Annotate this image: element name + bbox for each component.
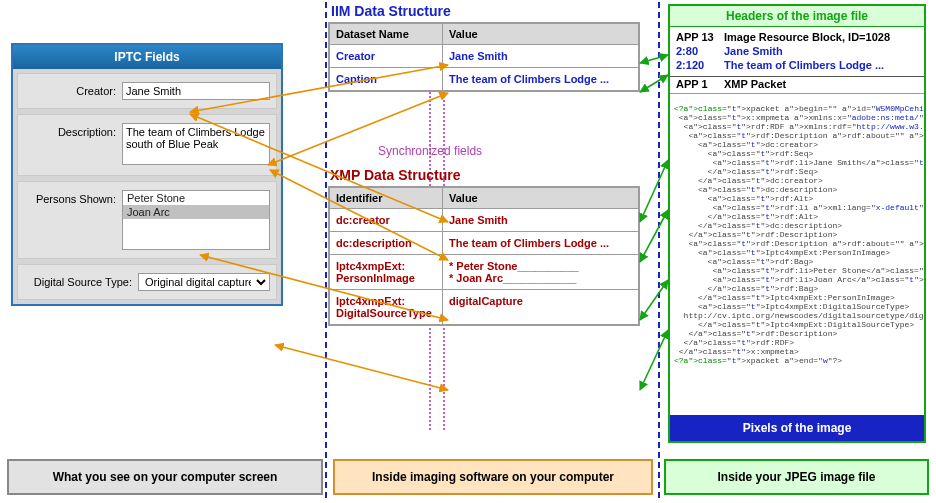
caption-jpeg: Inside your JPEG image file [664, 459, 929, 495]
svg-line-6 [640, 55, 668, 63]
iim-structure-title: IIM Data Structure [331, 3, 451, 19]
description-input[interactable]: The team of Climbers Lodge south of Blue… [122, 123, 270, 165]
iim-row: Creator Jane Smith [329, 45, 639, 68]
caption-screen: What you see on your computer screen [7, 459, 323, 495]
iim-col-name: Dataset Name [329, 23, 443, 45]
creator-input[interactable] [122, 82, 270, 100]
persons-listbox[interactable]: Peter Stone Joan Arc [122, 190, 270, 250]
file-structure-panel: Headers of the image file APP 13 Image R… [668, 4, 926, 443]
dst-label: Digital Source Type: [24, 273, 138, 288]
xmp-cell-name: Iptc4xmpExt: PersonInImage [329, 255, 443, 290]
iptc-row-creator: Creator: [17, 73, 277, 109]
app13-section: APP 13 Image Resource Block, ID=1028 2:8… [670, 27, 924, 77]
iim-cell-value: The team of Climbers Lodge ... [443, 68, 640, 92]
iim-table: Dataset Name Value Creator Jane Smith Ca… [328, 22, 640, 92]
svg-line-11 [640, 330, 668, 390]
iptc-row-persons: Persons Shown: Peter Stone Joan Arc [17, 181, 277, 259]
iim-header-row: Dataset Name Value [329, 23, 639, 45]
svg-line-5 [275, 345, 448, 390]
xmp-cell-value: digitalCapture [443, 290, 640, 326]
iptc-panel-body: Creator: Description: The team of Climbe… [13, 69, 281, 304]
iptc-row-dst: Digital Source Type: Original digital ca… [17, 264, 277, 300]
app1-header: APP 1 XMP Packet [670, 77, 924, 94]
iim-cell-value: Jane Smith [443, 45, 640, 68]
person-item[interactable]: Joan Arc [123, 205, 269, 219]
xmp-row: dc:creator Jane Smith [329, 209, 639, 232]
iptc-panel-title: IPTC Fields [13, 45, 281, 69]
person-item[interactable]: Peter Stone [123, 191, 269, 205]
iim-file-row: 2:80 Jane Smith [670, 44, 924, 58]
xmp-cell-value: Jane Smith [443, 209, 640, 232]
xmp-packet-code: <?a">class="t">xpacket a">begin="" a">id… [670, 102, 924, 367]
column-divider-1 [325, 2, 327, 498]
iim-col-value: Value [443, 23, 640, 45]
xmp-row: dc:description The team of Climbers Lodg… [329, 232, 639, 255]
xmp-cell-name: Iptc4xmpExt: DigitalSourceType [329, 290, 443, 326]
xmp-row: Iptc4xmpExt: PersonInImage * Peter Stone… [329, 255, 639, 290]
pixels-label: Pixels of the image [670, 415, 924, 441]
xmp-row: Iptc4xmpExt: DigitalSourceType digitalCa… [329, 290, 639, 326]
xmp-cell-name: dc:description [329, 232, 443, 255]
svg-line-9 [640, 210, 668, 262]
file-headers-title: Headers of the image file [670, 6, 924, 27]
svg-line-7 [640, 75, 668, 92]
xmp-col-value: Value [443, 187, 640, 209]
xmp-header-row: Identifier Value [329, 187, 639, 209]
svg-line-8 [640, 160, 668, 222]
iim-row: Caption The team of Climbers Lodge ... [329, 68, 639, 92]
persons-label: Persons Shown: [24, 190, 122, 205]
creator-label: Creator: [24, 82, 122, 97]
xmp-col-name: Identifier [329, 187, 443, 209]
description-label: Description: [24, 123, 122, 138]
xmp-cell-name: dc:creator [329, 209, 443, 232]
iim-cell-name: Creator [329, 45, 443, 68]
iptc-fields-panel: IPTC Fields Creator: Description: The te… [11, 43, 283, 306]
xmp-cell-value: The team of Climbers Lodge ... [443, 232, 640, 255]
caption-software: Inside imaging software on your computer [333, 459, 653, 495]
xmp-cell-value: * Peter Stone__________ * Joan Arc______… [443, 255, 640, 290]
iim-file-row: 2:120 The team of Climbers Lodge ... [670, 58, 924, 72]
xmp-table: Identifier Value dc:creator Jane Smith d… [328, 186, 640, 326]
synchronized-fields-label: Synchronized fields [378, 144, 482, 158]
iim-cell-name: Caption [329, 68, 443, 92]
xmp-structure-title: XMP Data Structure [330, 167, 460, 183]
svg-line-10 [640, 280, 668, 320]
iptc-row-description: Description: The team of Climbers Lodge … [17, 114, 277, 176]
dst-select[interactable]: Original digital capture [138, 273, 270, 291]
column-divider-2 [658, 2, 660, 498]
app13-header: APP 13 Image Resource Block, ID=1028 [670, 30, 924, 44]
